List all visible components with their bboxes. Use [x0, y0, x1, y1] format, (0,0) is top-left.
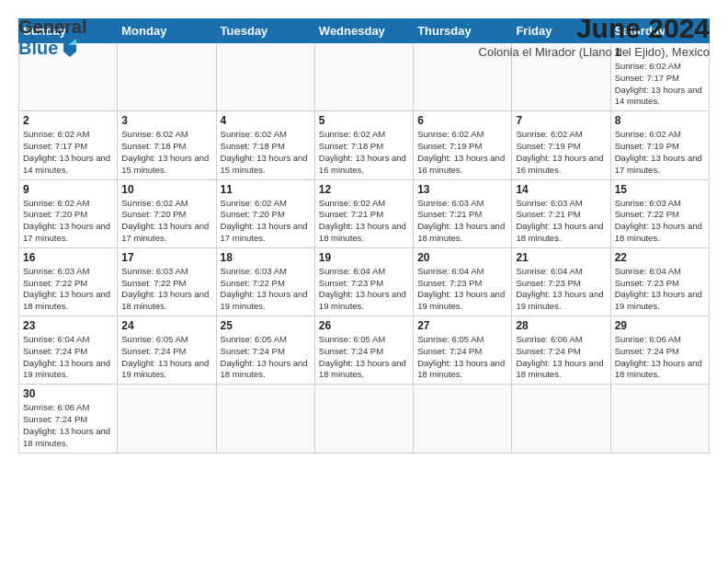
- day-number: 10: [121, 183, 211, 196]
- day-info: Sunrise: 6:03 AM Sunset: 7:22 PM Dayligh…: [121, 266, 211, 313]
- calendar-week-3: 9Sunrise: 6:02 AM Sunset: 7:20 PM Daylig…: [19, 179, 710, 247]
- calendar-cell: 30Sunrise: 6:06 AM Sunset: 7:24 PM Dayli…: [19, 385, 118, 453]
- day-number: 27: [417, 319, 507, 332]
- day-number: 26: [319, 319, 409, 332]
- day-info: Sunrise: 6:02 AM Sunset: 7:21 PM Dayligh…: [319, 198, 409, 245]
- day-info: Sunrise: 6:02 AM Sunset: 7:19 PM Dayligh…: [417, 129, 507, 176]
- day-number: 12: [319, 183, 409, 196]
- logo-blue-text: Blue: [18, 38, 58, 59]
- calendar-cell: [314, 43, 413, 111]
- weekday-header-tuesday: Tuesday: [216, 19, 314, 43]
- day-info: Sunrise: 6:03 AM Sunset: 7:21 PM Dayligh…: [516, 198, 606, 245]
- day-number: 2: [23, 114, 113, 127]
- calendar-cell: 18Sunrise: 6:03 AM Sunset: 7:22 PM Dayli…: [216, 247, 314, 316]
- day-number: 22: [615, 251, 705, 264]
- day-info: Sunrise: 6:02 AM Sunset: 7:20 PM Dayligh…: [221, 198, 311, 245]
- day-number: 8: [615, 114, 705, 127]
- day-info: Sunrise: 6:02 AM Sunset: 7:18 PM Dayligh…: [221, 129, 311, 176]
- day-info: Sunrise: 6:02 AM Sunset: 7:17 PM Dayligh…: [615, 61, 705, 108]
- logo-block: General Blue: [18, 17, 86, 59]
- day-info: Sunrise: 6:02 AM Sunset: 7:17 PM Dayligh…: [23, 129, 113, 176]
- day-info: Sunrise: 6:04 AM Sunset: 7:24 PM Dayligh…: [23, 334, 113, 381]
- day-number: 7: [516, 114, 606, 127]
- logo-general: General: [18, 17, 86, 38]
- calendar-cell: 7Sunrise: 6:02 AM Sunset: 7:19 PM Daylig…: [512, 111, 610, 179]
- calendar-cell: 20Sunrise: 6:04 AM Sunset: 7:23 PM Dayli…: [414, 247, 512, 316]
- day-number: 3: [121, 114, 211, 127]
- day-info: Sunrise: 6:06 AM Sunset: 7:24 PM Dayligh…: [615, 334, 705, 381]
- day-info: Sunrise: 6:04 AM Sunset: 7:23 PM Dayligh…: [516, 266, 606, 313]
- calendar-cell: 8Sunrise: 6:02 AM Sunset: 7:19 PM Daylig…: [610, 111, 709, 179]
- day-info: Sunrise: 6:04 AM Sunset: 7:23 PM Dayligh…: [319, 266, 409, 313]
- calendar-cell: [610, 385, 709, 453]
- day-number: 20: [417, 251, 507, 264]
- calendar-cell: 4Sunrise: 6:02 AM Sunset: 7:18 PM Daylig…: [216, 111, 314, 179]
- day-info: Sunrise: 6:03 AM Sunset: 7:22 PM Dayligh…: [615, 198, 705, 245]
- day-number: 28: [516, 319, 606, 332]
- calendar-cell: [216, 43, 314, 111]
- day-info: Sunrise: 6:04 AM Sunset: 7:23 PM Dayligh…: [417, 266, 507, 313]
- calendar-week-4: 16Sunrise: 6:03 AM Sunset: 7:22 PM Dayli…: [19, 247, 710, 316]
- day-info: Sunrise: 6:03 AM Sunset: 7:22 PM Dayligh…: [221, 266, 311, 313]
- calendar-week-5: 23Sunrise: 6:04 AM Sunset: 7:24 PM Dayli…: [19, 316, 710, 385]
- day-number: 4: [221, 114, 311, 127]
- day-info: Sunrise: 6:03 AM Sunset: 7:22 PM Dayligh…: [23, 266, 113, 313]
- calendar-cell: 12Sunrise: 6:02 AM Sunset: 7:21 PM Dayli…: [314, 179, 413, 247]
- calendar-cell: 11Sunrise: 6:02 AM Sunset: 7:20 PM Dayli…: [216, 179, 314, 247]
- day-number: 23: [23, 319, 113, 332]
- calendar-cell: 22Sunrise: 6:04 AM Sunset: 7:23 PM Dayli…: [610, 247, 709, 316]
- calendar-cell: 9Sunrise: 6:02 AM Sunset: 7:20 PM Daylig…: [19, 179, 118, 247]
- logo-icon: [60, 39, 80, 59]
- day-number: 13: [417, 183, 507, 196]
- day-number: 14: [516, 183, 606, 196]
- calendar-cell: 13Sunrise: 6:03 AM Sunset: 7:21 PM Dayli…: [414, 179, 512, 247]
- calendar-week-2: 2Sunrise: 6:02 AM Sunset: 7:17 PM Daylig…: [19, 111, 710, 179]
- day-number: 30: [23, 387, 113, 400]
- day-number: 21: [516, 251, 606, 264]
- day-number: 19: [319, 251, 409, 264]
- calendar-week-6: 30Sunrise: 6:06 AM Sunset: 7:24 PM Dayli…: [19, 385, 710, 453]
- calendar-cell: 2Sunrise: 6:02 AM Sunset: 7:17 PM Daylig…: [19, 111, 118, 179]
- calendar-cell: 3Sunrise: 6:02 AM Sunset: 7:18 PM Daylig…: [118, 111, 216, 179]
- calendar-cell: [314, 385, 413, 453]
- day-number: 16: [23, 251, 113, 264]
- calendar-cell: 29Sunrise: 6:06 AM Sunset: 7:24 PM Dayli…: [610, 316, 709, 385]
- calendar-table: SundayMondayTuesdayWednesdayThursdayFrid…: [18, 18, 710, 454]
- calendar-cell: 5Sunrise: 6:02 AM Sunset: 7:18 PM Daylig…: [314, 111, 413, 179]
- calendar-cell: 26Sunrise: 6:05 AM Sunset: 7:24 PM Dayli…: [314, 316, 413, 385]
- calendar-cell: 25Sunrise: 6:05 AM Sunset: 7:24 PM Dayli…: [216, 316, 314, 385]
- day-info: Sunrise: 6:05 AM Sunset: 7:24 PM Dayligh…: [417, 334, 507, 381]
- calendar-cell: [118, 385, 216, 453]
- weekday-header-wednesday: Wednesday: [314, 19, 413, 43]
- calendar-cell: 17Sunrise: 6:03 AM Sunset: 7:22 PM Dayli…: [118, 247, 216, 316]
- day-info: Sunrise: 6:02 AM Sunset: 7:18 PM Dayligh…: [319, 129, 409, 176]
- day-number: 24: [121, 319, 211, 332]
- month-year-display: June 2024: [479, 13, 710, 44]
- day-info: Sunrise: 6:06 AM Sunset: 7:24 PM Dayligh…: [516, 334, 606, 381]
- calendar-cell: [512, 385, 610, 453]
- day-number: 9: [23, 183, 113, 196]
- calendar-cell: 15Sunrise: 6:03 AM Sunset: 7:22 PM Dayli…: [610, 179, 709, 247]
- calendar-cell: 6Sunrise: 6:02 AM Sunset: 7:19 PM Daylig…: [414, 111, 512, 179]
- weekday-header-monday: Monday: [118, 19, 216, 43]
- title-area: June 2024 Colonia el Mirador (Llano del …: [479, 13, 710, 59]
- day-number: 5: [319, 114, 409, 127]
- day-info: Sunrise: 6:02 AM Sunset: 7:20 PM Dayligh…: [121, 198, 211, 245]
- day-number: 29: [615, 319, 705, 332]
- day-info: Sunrise: 6:04 AM Sunset: 7:23 PM Dayligh…: [615, 266, 705, 313]
- day-number: 6: [417, 114, 507, 127]
- day-info: Sunrise: 6:03 AM Sunset: 7:21 PM Dayligh…: [417, 198, 507, 245]
- day-info: Sunrise: 6:05 AM Sunset: 7:24 PM Dayligh…: [221, 334, 311, 381]
- location-display: Colonia el Mirador (Llano del Ejido), Me…: [479, 45, 710, 59]
- day-number: 17: [121, 251, 211, 264]
- calendar-cell: 19Sunrise: 6:04 AM Sunset: 7:23 PM Dayli…: [314, 247, 413, 316]
- day-info: Sunrise: 6:02 AM Sunset: 7:19 PM Dayligh…: [615, 129, 705, 176]
- calendar-cell: 24Sunrise: 6:05 AM Sunset: 7:24 PM Dayli…: [118, 316, 216, 385]
- calendar-cell: 14Sunrise: 6:03 AM Sunset: 7:21 PM Dayli…: [512, 179, 610, 247]
- calendar-cell: 23Sunrise: 6:04 AM Sunset: 7:24 PM Dayli…: [19, 316, 118, 385]
- day-info: Sunrise: 6:05 AM Sunset: 7:24 PM Dayligh…: [319, 334, 409, 381]
- day-info: Sunrise: 6:02 AM Sunset: 7:18 PM Dayligh…: [121, 129, 211, 176]
- calendar-cell: [118, 43, 216, 111]
- calendar-cell: 16Sunrise: 6:03 AM Sunset: 7:22 PM Dayli…: [19, 247, 118, 316]
- day-info: Sunrise: 6:02 AM Sunset: 7:19 PM Dayligh…: [516, 129, 606, 176]
